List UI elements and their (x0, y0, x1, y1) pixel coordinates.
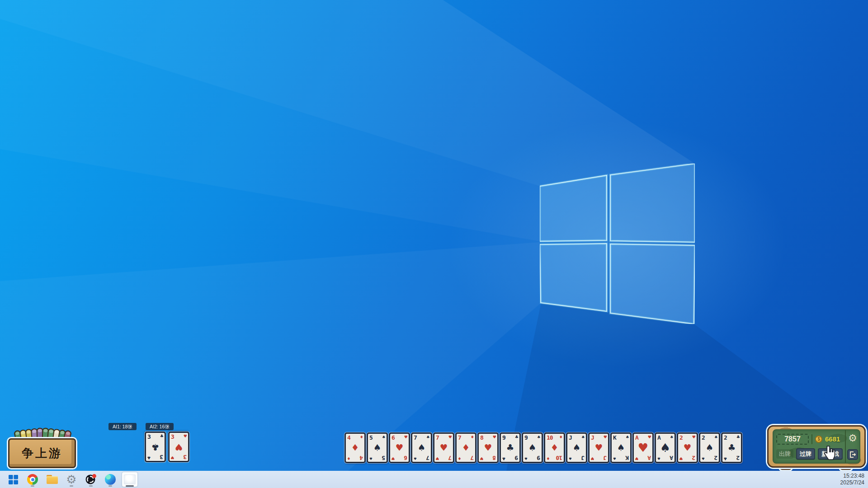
windows-logo (540, 164, 695, 324)
taskbar-clock[interactable]: 15:23:48 2025/7/24 (840, 473, 864, 486)
hand-card-A-heart[interactable]: A♥♥A♥ (632, 432, 654, 463)
played-card-3-heart: 3♥♥3♥ (168, 432, 189, 462)
desktop-wallpaper (0, 0, 868, 488)
exit-button[interactable] (847, 449, 858, 460)
game-control-panel: 7857 $ 6681 ⚙ 出牌 过牌 新游戏 (767, 425, 866, 468)
hand-card-7-spade[interactable]: 7♠♠7♠ (411, 432, 432, 463)
taskbar-game-window[interactable] (122, 472, 137, 487)
card-corner: 9♣ (502, 455, 518, 461)
hand-card-K-spade[interactable]: K♠♠K♠ (610, 432, 632, 463)
hand-card-J-heart[interactable]: J♥♥J♥ (588, 432, 609, 463)
play-cards-button[interactable]: 出牌 (776, 449, 793, 459)
played-cards-area: 3♣♣3♣3♥♥3♥ (145, 432, 189, 462)
hand-card-2-heart[interactable]: 2♥♥2♥ (677, 432, 698, 463)
logo-wood-board: 争上游 (8, 438, 76, 468)
hand-card-8-heart[interactable]: 8♥♥8♥ (477, 432, 499, 463)
hand-cursor-icon (823, 446, 836, 461)
hand-card-4-diamond[interactable]: 4♦♦4♦ (344, 432, 366, 463)
taskbar-edge[interactable] (103, 472, 118, 487)
card-corner: 3♣ (147, 434, 163, 440)
obs-icon (85, 474, 97, 485)
settings-icon: ⚙ (66, 474, 76, 485)
clock-date: 2025/7/24 (840, 479, 864, 486)
taskbar-chrome[interactable] (25, 472, 40, 487)
game-logo-sign: 争上游 (8, 427, 76, 468)
opponent1-card-count: AI1: 18张 (108, 423, 137, 430)
card-corner: 8♥ (480, 455, 496, 461)
pass-button[interactable]: 过牌 (796, 448, 815, 460)
card-corner: J♥ (591, 455, 607, 461)
start-button[interactable] (5, 472, 21, 487)
card-corner: 5♠ (369, 455, 385, 461)
card-corner: A♥ (635, 455, 651, 461)
light-ray (0, 0, 868, 488)
game-window-icon (124, 474, 136, 484)
hand-card-9-club[interactable]: 9♣♣9♣ (500, 432, 521, 463)
card-corner: 7♥ (436, 455, 452, 461)
card-corner: 10♦ (547, 455, 562, 461)
hand-card-7-diamond[interactable]: 7♦♦7♦ (455, 432, 476, 463)
card-corner: J♠ (569, 455, 585, 461)
panel-side-bottom (845, 446, 859, 463)
card-corner: 6♥ (392, 455, 407, 461)
hand-card-2-spade[interactable]: 2♠♠2♠ (699, 432, 720, 463)
coins-display: 6681 (825, 435, 840, 443)
hand-card-6-heart[interactable]: 6♥♥6♥ (389, 432, 410, 463)
taskbar: ⚙ 15:23:48 2025/7/24 (0, 471, 868, 488)
clock-time: 15:23:48 (840, 473, 864, 479)
settings-gear-icon[interactable]: ⚙ (848, 433, 857, 443)
windows-start-icon (9, 475, 18, 484)
hand-card-7-heart[interactable]: 7♥♥7♥ (433, 432, 454, 463)
hand-card-5-spade[interactable]: 5♠♠5♠ (367, 432, 388, 463)
card-corner: 2♣ (724, 455, 740, 461)
panel-divider (811, 434, 812, 444)
hand-card-A-spade[interactable]: A♠♠A♠ (655, 432, 676, 463)
card-corner: 7♠ (414, 455, 429, 461)
card-corner: K♠ (613, 455, 629, 461)
card-corner: 9♠ (524, 455, 540, 461)
taskbar-obs[interactable] (83, 472, 99, 487)
opponent2-card-count: AI2: 16张 (146, 423, 174, 430)
hand-card-9-spade[interactable]: 9♠♠9♠ (522, 432, 543, 463)
panel-felt: 7857 $ 6681 ⚙ 出牌 过牌 新游戏 (773, 429, 860, 464)
game-title: 争上游 (22, 446, 62, 461)
edge-icon (105, 474, 116, 485)
panel-side-top: ⚙ (845, 430, 859, 446)
taskbar-settings[interactable]: ⚙ (64, 472, 79, 487)
hand-card-2-club[interactable]: 2♣♣2♣ (721, 432, 742, 463)
light-ray-shadow (0, 0, 868, 488)
coin-icon: $ (815, 436, 822, 443)
light-ray (0, 0, 868, 488)
card-corner: 2♥ (679, 455, 695, 461)
file-explorer-icon (47, 475, 58, 484)
hand-card-10-diamond[interactable]: 10♦♦10♦ (544, 432, 565, 463)
card-corner: 4♦ (347, 455, 363, 461)
card-corner: 7♦ (458, 455, 474, 461)
player-hand: 4♦♦4♦5♠♠5♠6♥♥6♥7♠♠7♠7♥♥7♥7♦♦7♦8♥♥8♥9♣♣9♣… (344, 432, 742, 463)
played-card-3-club: 3♣♣3♣ (145, 432, 166, 462)
card-corner: 2♠ (702, 455, 717, 461)
score-display: 7857 (776, 434, 809, 445)
card-corner: 3♥ (171, 434, 187, 440)
light-ray (0, 0, 868, 488)
hand-card-J-spade[interactable]: J♠♠J♠ (566, 432, 587, 463)
taskbar-file-explorer[interactable] (44, 472, 60, 487)
card-corner: A♠ (657, 455, 673, 461)
exit-door-icon (849, 451, 856, 458)
chrome-icon (27, 474, 38, 485)
